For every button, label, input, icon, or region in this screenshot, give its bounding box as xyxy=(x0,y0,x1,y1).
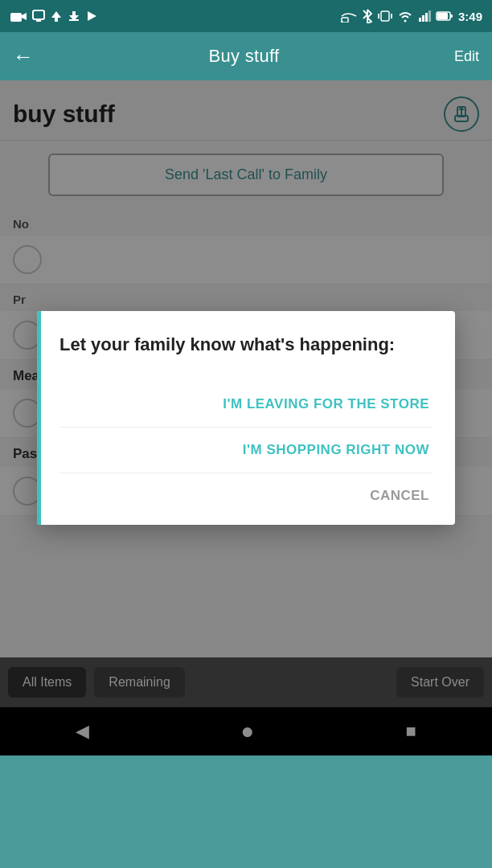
download-icon xyxy=(68,10,80,23)
svg-rect-14 xyxy=(422,15,424,22)
svg-rect-0 xyxy=(10,13,22,22)
svg-rect-18 xyxy=(437,13,448,19)
camera-icon xyxy=(10,10,27,23)
svg-rect-13 xyxy=(419,18,421,22)
status-bar-left-icons xyxy=(10,10,98,23)
upload-icon xyxy=(50,10,63,23)
battery-icon xyxy=(436,10,453,22)
shopping-now-button[interactable]: I'M SHOPPING RIGHT NOW xyxy=(59,427,433,473)
svg-rect-16 xyxy=(428,10,431,22)
svg-point-9 xyxy=(341,21,343,23)
back-button[interactable]: ← xyxy=(13,44,34,69)
vibrate-icon xyxy=(378,9,392,23)
main-content: buy stuff Send 'Last Call' to Family No … xyxy=(0,80,492,755)
time-display: 3:49 xyxy=(458,10,482,23)
svg-marker-4 xyxy=(51,11,61,22)
dialog-title: Let your family know what's happening: xyxy=(59,334,433,357)
svg-marker-7 xyxy=(88,11,96,21)
app-bar: ← Buy stuff Edit xyxy=(0,32,492,80)
svg-rect-3 xyxy=(36,19,41,22)
svg-rect-15 xyxy=(425,13,428,22)
bluetooth-icon xyxy=(362,9,373,23)
svg-rect-10 xyxy=(381,11,389,21)
cancel-button[interactable]: CANCEL xyxy=(59,473,433,518)
play-icon xyxy=(85,10,98,23)
svg-rect-19 xyxy=(450,14,453,18)
cast-icon xyxy=(341,10,357,23)
dialog: Let your family know what's happening: I… xyxy=(37,311,455,526)
svg-marker-1 xyxy=(22,13,27,20)
screen-icon xyxy=(32,10,45,23)
signal-icon xyxy=(418,10,431,23)
dialog-accent xyxy=(37,311,41,526)
edit-button[interactable]: Edit xyxy=(454,48,479,65)
status-bar: 3:49 xyxy=(0,0,492,32)
svg-rect-2 xyxy=(33,10,44,19)
dialog-backdrop: Let your family know what's happening: I… xyxy=(0,80,492,755)
wifi-icon xyxy=(397,10,413,23)
leaving-store-button[interactable]: I'M LEAVING FOR THE STORE xyxy=(59,382,433,427)
status-bar-right-icons: 3:49 xyxy=(341,9,482,23)
app-bar-title: Buy stuff xyxy=(209,46,280,67)
